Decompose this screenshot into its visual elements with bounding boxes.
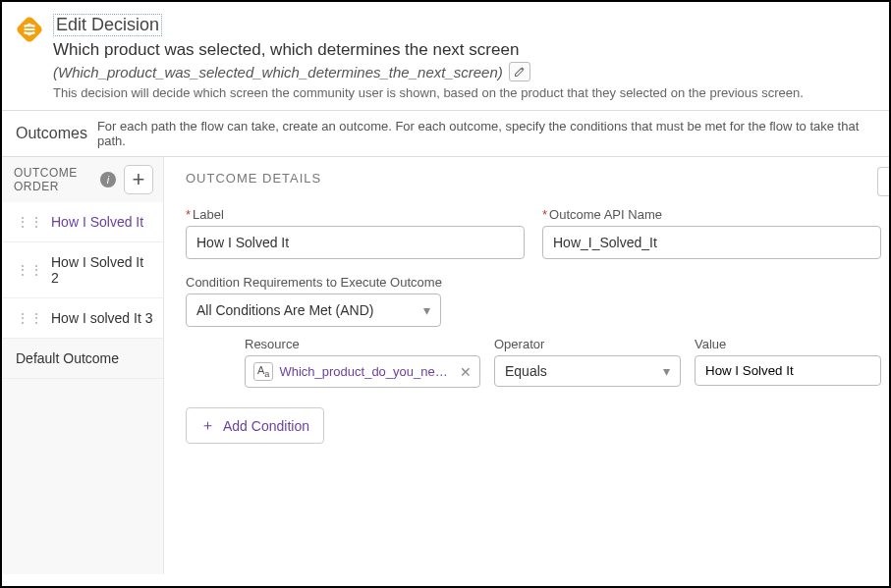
drag-handle-icon[interactable]: ⋮⋮ xyxy=(16,262,43,278)
resource-label: Resource xyxy=(245,337,300,351)
operator-select[interactable]: Equals ▾ xyxy=(494,355,681,387)
operator-value: Equals xyxy=(505,363,547,379)
resource-value: Which_product_do_you_need_s... xyxy=(279,364,454,379)
outcome-item-how-i-solved-it[interactable]: ⋮⋮ How I Solved It xyxy=(2,202,163,242)
required-marker: * xyxy=(542,207,547,222)
condition-row: Resource Aa Which_product_do_you_need_s.… xyxy=(245,337,881,388)
chevron-down-icon: ▾ xyxy=(423,302,430,318)
outcome-item-label: How I solved It 3 xyxy=(51,310,153,326)
value-label: Value xyxy=(695,337,726,351)
api-name-input[interactable] xyxy=(542,226,881,259)
condition-requirements-select[interactable]: All Conditions Are Met (AND) ▾ xyxy=(186,294,441,327)
outcome-details-heading: OUTCOME DETAILS xyxy=(186,171,881,186)
drag-handle-icon[interactable]: ⋮⋮ xyxy=(16,214,43,230)
api-name-field: *Outcome API Name xyxy=(542,207,881,259)
api-name-field-label: Outcome API Name xyxy=(549,207,662,222)
outcome-order-sidebar: OUTCOME ORDER i + ⋮⋮ How I Solved It ⋮⋮ … xyxy=(2,157,164,574)
outcome-item-label: How I Solved It 2 xyxy=(51,254,153,286)
outcome-order-header: OUTCOME ORDER i + xyxy=(2,157,163,202)
decision-icon xyxy=(16,16,43,43)
decision-api-name: (Which_product_was_selected_which_determ… xyxy=(53,64,503,80)
header: Edit Decision Which product was selected… xyxy=(2,2,889,110)
add-condition-label: Add Condition xyxy=(223,418,309,434)
chevron-down-icon: ▾ xyxy=(663,363,670,379)
condition-requirements-label: Condition Requirements to Execute Outcom… xyxy=(186,275,442,290)
outcome-item-how-i-solved-it-3[interactable]: ⋮⋮ How I solved It 3 xyxy=(2,298,163,339)
header-texts: Edit Decision Which product was selected… xyxy=(53,14,875,100)
outcome-item-label: How I Solved It xyxy=(51,214,143,230)
value-input[interactable] xyxy=(695,355,881,386)
operator-label: Operator xyxy=(494,337,544,351)
text-resource-icon: Aa xyxy=(253,362,273,381)
resource-field: Resource Aa Which_product_do_you_need_s.… xyxy=(245,337,480,388)
label-field: *Label xyxy=(186,207,525,259)
required-marker: * xyxy=(186,207,191,222)
outcomes-label: Outcomes xyxy=(16,125,87,142)
plus-icon: ＋ xyxy=(200,416,215,435)
outcome-item-how-i-solved-it-2[interactable]: ⋮⋮ How I Solved It 2 xyxy=(2,242,163,298)
page-title: Edit Decision xyxy=(53,14,162,36)
label-input[interactable] xyxy=(186,226,525,259)
decision-label: Which product was selected, which determ… xyxy=(53,40,875,60)
outcomes-section-header: Outcomes For each path the flow can take… xyxy=(2,110,889,157)
outcomes-help-text: For each path the flow can take, create … xyxy=(97,119,875,148)
clear-resource-icon[interactable]: ✕ xyxy=(460,364,472,380)
label-field-label: Label xyxy=(193,207,224,222)
condition-requirements-value: All Conditions Are Met (AND) xyxy=(196,302,374,318)
panel-edge-button[interactable] xyxy=(877,167,889,196)
resource-picker[interactable]: Aa Which_product_do_you_need_s... ✕ xyxy=(245,355,480,388)
value-field: Value xyxy=(695,337,881,388)
outcome-details-panel: OUTCOME DETAILS *Label *Outcome API Name… xyxy=(164,157,889,574)
condition-requirements-field: Condition Requirements to Execute Outcom… xyxy=(186,275,881,327)
decision-description: This decision will decide which screen t… xyxy=(53,85,875,100)
outcome-order-label: OUTCOME ORDER xyxy=(14,166,92,194)
outcome-item-label: Default Outcome xyxy=(16,350,119,366)
operator-field: Operator Equals ▾ xyxy=(494,337,681,388)
main: OUTCOME ORDER i + ⋮⋮ How I Solved It ⋮⋮ … xyxy=(2,157,889,574)
drag-handle-icon[interactable]: ⋮⋮ xyxy=(16,310,43,326)
info-icon[interactable]: i xyxy=(100,172,116,187)
add-outcome-button[interactable]: + xyxy=(124,165,153,194)
edit-api-name-button[interactable] xyxy=(509,62,530,81)
add-condition-button[interactable]: ＋ Add Condition xyxy=(186,407,324,444)
pencil-icon xyxy=(514,66,526,78)
outcome-item-default[interactable]: Default Outcome xyxy=(2,339,163,379)
